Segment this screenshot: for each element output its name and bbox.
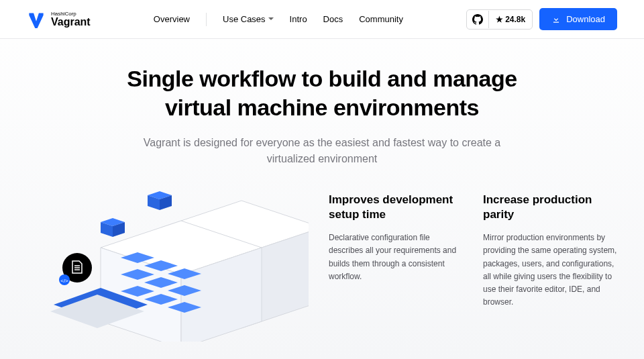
github-icon	[467, 10, 488, 29]
feature-production-parity: Increase production parity Mirror produc…	[483, 193, 617, 342]
feature-title: Increase production parity	[483, 193, 617, 222]
brand-text: HashiCorp Vagrant	[51, 11, 91, 28]
download-button[interactable]: Download	[539, 8, 617, 30]
nav-community[interactable]: Community	[359, 14, 403, 24]
vagrant-logo-icon	[27, 10, 46, 29]
svg-text:</>: </>	[60, 278, 68, 284]
nav-intro[interactable]: Intro	[290, 14, 307, 24]
github-star-count: ★ 24.8k	[488, 11, 532, 28]
download-icon	[551, 15, 561, 24]
download-label: Download	[566, 14, 605, 24]
brand-logo[interactable]: HashiCorp Vagrant	[27, 10, 91, 29]
star-icon: ★	[496, 15, 503, 24]
hero-illustration: </>	[27, 187, 309, 342]
github-stars-badge[interactable]: ★ 24.8k	[466, 9, 533, 30]
feature-body: Declarative configuration file describes…	[329, 232, 463, 283]
feature-title: Improves development setup time	[329, 193, 463, 222]
nav-overview[interactable]: Overview	[154, 14, 190, 24]
feature-body: Mirror production environments by provid…	[483, 232, 617, 309]
nav-use-cases[interactable]: Use Cases	[223, 14, 274, 24]
nav-docs[interactable]: Docs	[323, 14, 343, 24]
primary-nav: Overview Use Cases Intro Docs Community	[154, 13, 403, 26]
feature-setup-time: Improves development setup time Declarat…	[329, 193, 463, 342]
hero-subtitle: Vagrant is designed for everyone as the …	[134, 135, 510, 167]
feature-columns: Improves development setup time Declarat…	[329, 187, 617, 342]
hero-section: Single workflow to build and manage virt…	[0, 39, 644, 187]
nav-divider	[206, 13, 207, 26]
star-value: 24.8k	[505, 15, 525, 24]
features-section: </> Improves development setup time Decl…	[0, 187, 644, 342]
brand-product: Vagrant	[51, 17, 91, 28]
site-header: HashiCorp Vagrant Overview Use Cases Int…	[0, 0, 644, 39]
header-actions: ★ 24.8k Download	[466, 8, 617, 30]
hero-title: Single workflow to build and manage virt…	[114, 64, 530, 121]
